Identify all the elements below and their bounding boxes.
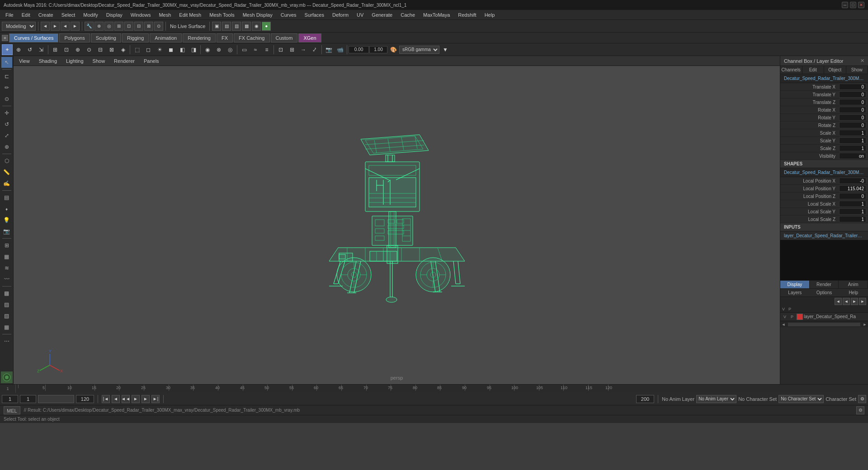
tool-annotate[interactable]: ✍ bbox=[1, 178, 12, 189]
icon-cam3[interactable]: 📹 bbox=[335, 44, 345, 55]
tool-snap[interactable]: ⬡ bbox=[1, 155, 12, 166]
icon-snap-point[interactable]: ⊕ bbox=[72, 44, 83, 55]
tab-rendering[interactable]: Rendering bbox=[183, 33, 216, 42]
tab-animation[interactable]: Animation bbox=[150, 33, 182, 42]
skip-to-end-btn[interactable]: ►| bbox=[151, 395, 160, 403]
layer-tab-help[interactable]: Help bbox=[839, 289, 868, 296]
character-set-select[interactable]: No Character Set bbox=[778, 395, 824, 403]
attr-value-input[interactable] bbox=[839, 153, 866, 159]
ch-tab-show[interactable]: Show bbox=[846, 66, 868, 74]
vp-menu-shading[interactable]: Shading bbox=[37, 58, 59, 64]
icon-isolation[interactable]: ⊗ bbox=[213, 44, 224, 55]
layer-prev-btn[interactable]: ◄ bbox=[843, 298, 850, 305]
menu-windows[interactable]: Windows bbox=[127, 11, 155, 19]
exposure-field[interactable] bbox=[349, 46, 369, 53]
panel-close-btn[interactable]: ✕ bbox=[860, 58, 864, 64]
menu-display[interactable]: Display bbox=[103, 11, 126, 19]
menu-editmesh[interactable]: Edit Mesh bbox=[175, 11, 205, 19]
icon-soft-sel[interactable]: ⊠ bbox=[106, 44, 117, 55]
icon-snap-live[interactable]: ⊟ bbox=[95, 44, 106, 55]
icon-cam[interactable]: ◉ bbox=[202, 44, 213, 55]
tb-render1[interactable]: ▣ bbox=[212, 22, 221, 31]
tb-snap8[interactable]: ⊙ bbox=[154, 22, 163, 31]
tb-render2[interactable]: ▤ bbox=[222, 22, 231, 31]
layer-tab-layers[interactable]: Layers bbox=[780, 289, 810, 296]
max-end-input[interactable] bbox=[636, 395, 654, 403]
tb-render3[interactable]: ▥ bbox=[232, 22, 241, 31]
icon-ao[interactable]: ◨ bbox=[188, 44, 199, 55]
tb-arrow-left[interactable]: ◄ bbox=[41, 22, 50, 31]
current-frame-input[interactable] bbox=[2, 395, 18, 403]
attr-value-input[interactable] bbox=[839, 107, 866, 113]
anim-layer-select[interactable]: No Anim Layer bbox=[696, 395, 736, 403]
layer-next-btn[interactable]: ► bbox=[851, 298, 858, 305]
icon-viewport-grid[interactable]: ⊞ bbox=[287, 44, 297, 55]
icon-xray[interactable]: ◎ bbox=[225, 44, 236, 55]
icon-hud[interactable]: ≡ bbox=[261, 44, 272, 55]
tool-panel-b[interactable]: ▨ bbox=[1, 299, 12, 310]
icon-snap-grid[interactable]: ⊞ bbox=[50, 44, 61, 55]
tool-rotate[interactable]: ↺ bbox=[1, 119, 12, 130]
layer-last-btn[interactable]: ► bbox=[859, 298, 866, 305]
attr-value-input[interactable] bbox=[839, 122, 866, 128]
minimize-btn[interactable]: ─ bbox=[842, 2, 848, 8]
icon-smooth[interactable]: ◻ bbox=[143, 44, 154, 55]
tool-panel-d[interactable]: ▦ bbox=[1, 322, 12, 333]
play-back-btn[interactable]: ◄◄ bbox=[122, 395, 130, 403]
tb-snap5[interactable]: ⊡ bbox=[124, 22, 133, 31]
layer-new-btn[interactable]: ◄ bbox=[835, 298, 842, 305]
gamma-select[interactable]: sRGB gamma bbox=[399, 46, 439, 54]
tb-arrow-right2[interactable]: ► bbox=[71, 22, 80, 31]
layer-color-swatch[interactable] bbox=[797, 314, 803, 320]
menu-surfaces[interactable]: Surfaces bbox=[301, 11, 328, 19]
icon-cam2[interactable]: 📷 bbox=[323, 44, 334, 55]
menu-redshift[interactable]: Redshift bbox=[454, 11, 480, 19]
menu-file[interactable]: File bbox=[2, 11, 17, 19]
icon-lut[interactable]: 🎨 bbox=[388, 44, 399, 55]
icon-sym[interactable]: ◈ bbox=[118, 44, 128, 55]
menu-deform[interactable]: Deform bbox=[329, 11, 352, 19]
tab-sculpting[interactable]: Sculpting bbox=[91, 33, 121, 42]
icon-focus[interactable]: ⊡ bbox=[275, 44, 286, 55]
icon-crease[interactable]: ⤦ bbox=[309, 44, 320, 55]
menu-meshtools[interactable]: Mesh Tools bbox=[206, 11, 238, 19]
icon-snap-view[interactable]: ⊙ bbox=[84, 44, 94, 55]
attr-value-input[interactable] bbox=[839, 137, 866, 144]
icon-gamma-expand[interactable]: ▼ bbox=[440, 44, 451, 55]
menu-create[interactable]: Create bbox=[35, 11, 57, 19]
tool-sculpt[interactable]: ⊙ bbox=[1, 94, 12, 104]
menu-maxtomaya[interactable]: MaxToMaya bbox=[420, 11, 453, 19]
tool-move[interactable]: ✛ bbox=[1, 108, 12, 118]
icon-select-tool[interactable]: ✦ bbox=[2, 44, 13, 55]
icon-texture[interactable]: ◼ bbox=[165, 44, 176, 55]
disp-tab-display[interactable]: Display bbox=[780, 281, 810, 288]
skip-to-start-btn[interactable]: |◄ bbox=[102, 395, 110, 403]
gamma-field[interactable] bbox=[369, 46, 387, 53]
tool-select[interactable]: ↖ bbox=[1, 57, 12, 68]
timeline-ruler[interactable]: 5101520253035404550556065707580859095100… bbox=[16, 385, 868, 393]
menu-mesh[interactable]: Mesh bbox=[155, 11, 175, 19]
vp-menu-renderer[interactable]: Renderer bbox=[112, 58, 137, 64]
tool-material[interactable]: ⬧ bbox=[1, 203, 12, 214]
playback-settings-btn[interactable]: ⚙ bbox=[858, 395, 866, 403]
tb-snap4[interactable]: ⊞ bbox=[114, 22, 123, 31]
attr-value-input[interactable] bbox=[839, 208, 866, 215]
vp-menu-lighting[interactable]: Lighting bbox=[64, 58, 85, 64]
tool-hair[interactable]: 〰 bbox=[1, 274, 12, 285]
vp-menu-view[interactable]: View bbox=[17, 58, 32, 64]
tool-lasso[interactable]: ⊏ bbox=[1, 71, 12, 82]
menu-edit[interactable]: Edit bbox=[18, 11, 34, 19]
tool-measure[interactable]: 📏 bbox=[1, 167, 12, 178]
attr-value-input[interactable] bbox=[839, 84, 866, 90]
tb-snap3[interactable]: ◎ bbox=[104, 22, 113, 31]
attr-value-input[interactable] bbox=[839, 178, 866, 184]
tool-renderer-icon[interactable] bbox=[1, 371, 13, 383]
tab-custom[interactable]: Custom bbox=[271, 33, 298, 42]
tool-manip[interactable]: ⊕ bbox=[1, 141, 12, 152]
tool-light2[interactable]: 💡 bbox=[1, 215, 12, 226]
menu-curves[interactable]: Curves bbox=[277, 11, 300, 19]
maximize-btn[interactable]: □ bbox=[850, 2, 856, 8]
layer-playback-btn[interactable]: P bbox=[788, 313, 796, 320]
tb-render4[interactable]: ▦ bbox=[242, 22, 251, 31]
step-back-btn[interactable]: ◄ bbox=[112, 395, 120, 403]
